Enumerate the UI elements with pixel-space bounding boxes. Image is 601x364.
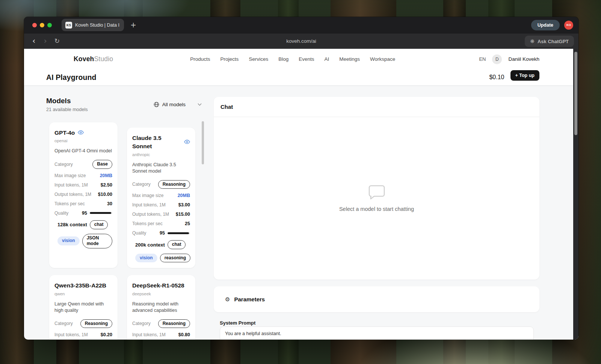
category-label: Category: [132, 321, 151, 326]
nav-ai[interactable]: AI: [324, 56, 329, 62]
minimize-window-button[interactable]: [40, 23, 44, 27]
page-header-row: AI Playground $0.10 + Top up: [24, 69, 573, 85]
model-title: GPT-4o: [54, 129, 75, 137]
ask-chatgpt-label: Ask ChatGPT: [538, 39, 569, 44]
model-provider: deepseek: [132, 292, 190, 296]
chevron-down-icon: [198, 103, 202, 106]
max-image-label: Max image size: [54, 173, 86, 178]
models-list-scrollbar[interactable]: [202, 121, 204, 164]
back-icon[interactable]: ‹: [32, 37, 35, 45]
balance-amount: $0.10: [489, 74, 504, 81]
input-price-label: Input tokens, 1M: [132, 332, 166, 337]
model-filter-dropdown[interactable]: All models: [154, 102, 202, 107]
model-title: Qwen3-235B-A22B: [54, 281, 106, 290]
quality-bar: [90, 212, 112, 214]
preview-model-icon[interactable]: [184, 139, 190, 146]
models-heading-block: Models 21 available models: [46, 97, 88, 112]
page-content: KovehStudio Products Projects Services B…: [24, 49, 573, 340]
system-prompt-input[interactable]: You are a helpful assistant.: [220, 326, 534, 340]
category-badge: Reasoning: [158, 319, 190, 328]
chat-panel: Chat Select a model to start chatting: [214, 97, 539, 280]
system-prompt-label: System Prompt: [220, 320, 255, 326]
reload-icon[interactable]: ↻: [54, 38, 60, 44]
quality-label: Quality: [54, 211, 68, 216]
input-price-label: Input tokens, 1M: [132, 202, 166, 208]
nav-blog[interactable]: Blog: [278, 56, 288, 62]
preview-model-icon[interactable]: [78, 129, 84, 136]
top-up-button[interactable]: + Top up: [510, 70, 540, 81]
parameters-panel[interactable]: ⚙ Parameters: [214, 286, 539, 312]
logo-secondary: Studio: [94, 55, 113, 63]
model-provider: anthropic: [132, 152, 190, 157]
nav-workspace[interactable]: Workspace: [370, 56, 395, 62]
nav-products[interactable]: Products: [190, 56, 210, 62]
max-image-value: 20MB: [178, 193, 190, 198]
window-controls: [24, 23, 52, 27]
category-badge: Base: [92, 160, 112, 169]
address-bar[interactable]: koveh.com/ai: [286, 38, 316, 44]
model-filter-value: All models: [162, 102, 186, 107]
nav-events[interactable]: Events: [299, 56, 314, 62]
quality-value: 95: [82, 211, 87, 216]
user-avatar[interactable]: D: [492, 54, 502, 64]
url-text: koveh.com/ai: [286, 38, 316, 44]
close-window-button[interactable]: [32, 23, 37, 27]
output-price-label: Output tokens, 1M: [132, 212, 169, 217]
input-price-label: Input tokens, 1M: [54, 332, 88, 337]
chat-bubble-icon: [368, 184, 385, 200]
tps-value: 30: [107, 201, 112, 206]
models-panel: Models 21 available models All models: [46, 97, 208, 340]
input-price-value: $0.20: [101, 332, 112, 337]
site-header: KovehStudio Products Projects Services B…: [24, 49, 573, 69]
tag-chat: chat: [90, 220, 108, 229]
globe-icon: [154, 102, 159, 107]
browser-window: KS Koveh Studio | Data I + Update KO ‹ ›…: [24, 17, 578, 340]
nav-projects[interactable]: Projects: [220, 56, 239, 62]
quality-value: 95: [160, 230, 165, 236]
output-price-value: $10.00: [98, 192, 112, 197]
tabbar-right-controls: Update KO: [531, 17, 573, 33]
model-description: Anthropic Claude 3.5 Sonnet model: [132, 162, 190, 174]
model-card-claude-3-5-sonnet[interactable]: Claude 3.5 Sonnet anthropic Anthropic Cl…: [127, 128, 195, 268]
model-card-gpt-4o[interactable]: GPT-4o openai OpenAI GPT-4 Omni model Ca…: [49, 122, 118, 268]
fullscreen-window-button[interactable]: [47, 23, 52, 27]
max-image-value: 20MB: [100, 173, 112, 178]
forward-icon[interactable]: ›: [44, 37, 47, 45]
models-header: Models 21 available models All models: [46, 97, 208, 112]
input-price-value: $3.00: [178, 202, 190, 208]
model-card-qwen3-235b-a22b[interactable]: Qwen3-235B-A22B qwen Large Qwen model wi…: [49, 275, 118, 340]
browser-tab[interactable]: KS Koveh Studio | Data I: [62, 19, 124, 31]
chat-empty-state: Select a model to start chatting: [214, 117, 539, 279]
logo-primary: Koveh: [74, 55, 94, 63]
balance-area: $0.10 + Top up: [489, 74, 539, 81]
tag-vision: vision: [57, 236, 80, 245]
update-button[interactable]: Update: [531, 20, 560, 30]
site-logo[interactable]: KovehStudio: [74, 55, 113, 63]
site-top-band: KovehStudio Products Projects Services B…: [24, 49, 573, 85]
page-viewport: KovehStudio Products Projects Services B…: [24, 49, 578, 340]
nav-services[interactable]: Services: [249, 56, 268, 62]
chatgpt-icon: ❋: [530, 38, 535, 44]
model-cards-grid: GPT-4o openai OpenAI GPT-4 Omni model Ca…: [49, 122, 208, 340]
ask-chatgpt-button[interactable]: ❋ Ask ChatGPT: [525, 36, 574, 47]
page-scrollbar-thumb[interactable]: [574, 52, 577, 135]
model-description: OpenAI GPT-4 Omni model: [54, 148, 112, 154]
model-title: DeepSeek-R1-0528: [132, 281, 184, 290]
parameters-title: Parameters: [234, 296, 265, 302]
browser-tab-bar: KS Koveh Studio | Data I + Update KO: [24, 17, 578, 33]
tag-json-mode: JSON mode: [82, 234, 112, 248]
new-tab-button[interactable]: +: [130, 21, 136, 29]
page-title: AI Playground: [46, 73, 96, 82]
context-size: 128k context: [57, 222, 87, 227]
model-card-deepseek-r1-0528[interactable]: DeepSeek-R1-0528 deepseek Reasoning mode…: [127, 275, 195, 340]
page-scrollbar[interactable]: [573, 49, 578, 340]
category-badge: Reasoning: [158, 180, 190, 189]
locale-switcher[interactable]: EN: [479, 56, 486, 62]
browser-profile-avatar[interactable]: KO: [564, 21, 573, 30]
tag-vision: vision: [135, 254, 157, 263]
tab-title: Koveh Studio | Data I: [75, 23, 119, 28]
user-name[interactable]: Daniil Kovekh: [508, 56, 539, 62]
nav-meetings[interactable]: Meetings: [339, 56, 360, 62]
quality-bar: [168, 232, 190, 234]
category-label: Category: [54, 321, 73, 326]
